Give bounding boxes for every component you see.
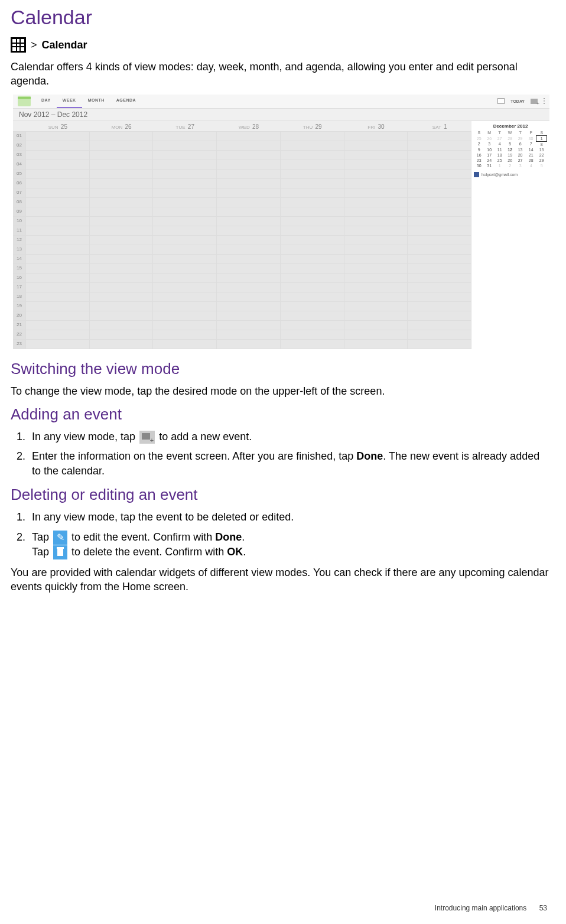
del-step-2: Tap to edit the event. Confirm with Done… [28,530,549,560]
hour-slot [26,160,90,169]
mini-dow-cell: F [525,130,536,136]
hour-slot [153,207,217,216]
hour-slot [153,226,217,235]
hour-slot [217,311,281,320]
hour-slot [408,179,471,188]
mini-day-cell: 23 [474,158,484,163]
mini-dow-cell: S [536,130,547,136]
hour-label: 14 [13,255,26,263]
hour-slot [26,292,90,301]
hour-label: 19 [13,302,26,311]
day-header-cell: SAT 1 [408,121,471,131]
mini-day-cell: 29 [536,158,547,163]
hour-slot [153,132,217,141]
hour-slot [344,170,408,178]
heading-switching-view: Switching the view mode [11,360,549,378]
hour-slot [90,226,154,235]
hour-slot [26,151,90,160]
hour-slot [26,132,90,141]
hour-slot [217,132,281,141]
screenshot-toolbar: DAYWEEKMONTHAGENDA TODAY [13,95,549,109]
hour-row: 21 [13,321,471,330]
hour-row: 22 [13,330,471,340]
day-header-cell: TUE 27 [153,121,217,131]
hour-slot [26,245,90,254]
hour-slot [217,236,281,245]
hour-slot [26,188,90,197]
hour-label: 10 [13,217,26,226]
mini-day-cell: 3 [484,141,494,147]
mini-day-cell: 1 [495,163,505,168]
hour-slot [281,340,344,349]
hour-slot [217,255,281,263]
hour-slot [26,274,90,282]
hour-slot [217,340,281,349]
hour-slot [153,160,217,169]
hour-slot [281,236,344,245]
hour-slot [26,236,90,245]
del-step2-dot1: . [242,531,245,543]
hour-label: 13 [13,245,26,254]
hour-slot [90,274,154,282]
mini-day-cell: 30 [525,135,536,141]
hour-slot [90,245,154,254]
mini-day-cell: 30 [474,163,484,168]
hour-slot [408,274,471,282]
hour-row: 03 [13,151,471,160]
hour-slot [90,160,154,169]
hour-slot [217,283,281,292]
hour-slot [408,311,471,320]
hour-slot [344,292,408,301]
hour-label: 04 [13,160,26,169]
done-label-2: Done [215,531,242,543]
hour-slot [408,302,471,311]
hour-slot [408,264,471,273]
hour-slot [344,151,408,160]
hour-label: 06 [13,179,26,188]
hour-slot [217,198,281,207]
hour-slot [408,141,471,150]
breadcrumb-label: Calendar [42,39,87,51]
hour-slot [153,245,217,254]
hour-slot [281,160,344,169]
hour-slot [90,179,154,188]
apps-grid-icon [11,37,26,53]
hour-slot [217,302,281,311]
hour-slot [408,217,471,226]
hour-slot [217,151,281,160]
calendar-account: holycat@gmail.com [474,172,547,177]
hour-slot [26,302,90,311]
hour-slot [217,141,281,150]
date-range-label: Nov 2012 – Dec 2012 [13,109,549,121]
hour-slot [408,198,471,207]
calendar-app-screenshot: DAYWEEKMONTHAGENDA TODAY Nov 2012 – Dec … [13,95,549,349]
mini-day-cell: 28 [525,158,536,163]
hour-slot [90,264,154,273]
day-header-cell: MON 26 [90,121,154,131]
hour-slot [217,226,281,235]
hour-slot [281,188,344,197]
mini-day-cell: 15 [536,147,547,152]
hour-grid: 0102030405060708091011121314151617181920… [13,132,471,349]
hour-row: 23 [13,340,471,349]
hour-slot [26,226,90,235]
page-footer: Introducing main applications 53 [435,904,547,912]
hour-slot [217,274,281,282]
hour-label: 18 [13,292,26,301]
hour-slot [344,330,408,339]
hour-slot [26,264,90,273]
day-header-cell: SUN 25 [26,121,90,131]
add-event-inline-icon [139,431,155,444]
mini-day-cell: 25 [495,158,505,163]
hour-label: 03 [13,151,26,160]
hour-row: 01 [13,132,471,141]
hour-label: 08 [13,198,26,207]
hour-slot [408,340,471,349]
hour-slot [408,330,471,339]
hour-row: 14 [13,255,471,264]
hour-slot [153,264,217,273]
today-icon [497,98,505,104]
account-color-swatch [474,172,479,177]
mini-day-cell: 11 [495,147,505,152]
hour-slot [153,255,217,263]
